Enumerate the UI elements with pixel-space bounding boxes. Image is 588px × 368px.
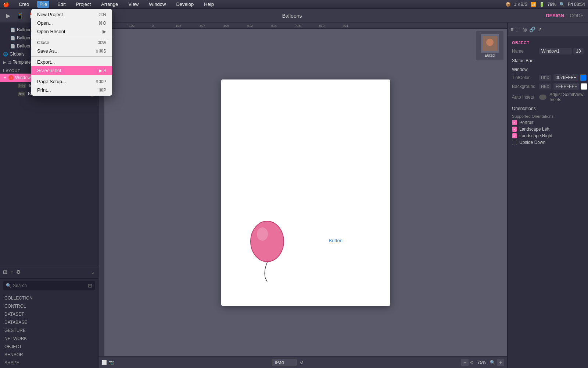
zoom-fit-btn[interactable]: ⊙ — [470, 360, 474, 365]
background-label: Background — [512, 84, 538, 89]
wifi-icon: 📶 — [531, 2, 536, 7]
category-shape[interactable]: SHAPE — [0, 359, 98, 367]
bg-hex-value[interactable]: FFFFFFFF — [553, 83, 580, 90]
menubar-edit[interactable]: Edit — [55, 1, 68, 8]
category-database[interactable]: DATABASE — [0, 318, 98, 326]
category-gesture[interactable]: GESTURE — [0, 326, 98, 335]
file-icon: 📄 — [10, 28, 15, 32]
screenshot-shortcut: ▶ S — [99, 68, 106, 73]
ruler-mark: -102 — [128, 24, 135, 28]
category-dataset[interactable]: DATASET — [0, 310, 98, 318]
menubar-help[interactable]: Help — [202, 1, 216, 8]
device-icon[interactable]: 📱 — [15, 11, 25, 20]
open-shortcut: ⌘O — [98, 21, 106, 26]
file-icon: 📄 — [10, 44, 15, 49]
menubar-file[interactable]: File — [37, 1, 49, 8]
category-sensor[interactable]: SENSOR — [0, 351, 98, 359]
expand-btn[interactable]: ⌄ — [91, 269, 95, 275]
portrait-checkbox[interactable] — [512, 120, 517, 125]
inspector-link-btn[interactable]: 🔗 — [529, 26, 535, 32]
menu-close[interactable]: Close ⌘W — [31, 38, 112, 47]
new-project-shortcut: ⌘N — [98, 12, 106, 17]
rotate-btn[interactable]: ↺ — [300, 360, 304, 365]
screenshot-label: Screenshot — [37, 68, 61, 73]
menubar-view[interactable]: View — [126, 1, 141, 8]
print-shortcut: ⌘P — [99, 88, 106, 93]
category-collection[interactable]: COLLECTION — [0, 294, 98, 302]
file-dropdown-menu: New Project ⌘N Open... ⌘O Open Recent ▶ … — [31, 9, 112, 96]
category-network[interactable]: NETWORK — [0, 335, 98, 343]
code-tab[interactable]: CODE — [570, 13, 584, 18]
project-title: Balloons — [282, 13, 302, 19]
apple-menu[interactable]: 🍎 — [3, 1, 9, 7]
name-prop-value[interactable]: Window1 — [539, 48, 572, 54]
screenshot-btn[interactable]: 📷 — [108, 360, 114, 365]
menu-print[interactable]: Print... ⌘P — [31, 86, 112, 94]
auto-insets-row: Auto Insets Adjust ScrollView Insets — [512, 92, 584, 102]
zoom-search-btn[interactable]: 🔍 — [490, 360, 495, 365]
menubar-arrange[interactable]: Arrange — [99, 1, 120, 8]
tint-color-swatch[interactable] — [580, 74, 587, 81]
canvas-content[interactable]: Button — [104, 29, 507, 356]
ruler-mark: 0 — [152, 24, 154, 28]
status-bar-section: Status Bar — [512, 58, 584, 63]
grid-view-btn[interactable]: ⊞ — [3, 269, 7, 275]
landscape-right-checkbox[interactable] — [512, 133, 517, 138]
menu-screenshot[interactable]: Screenshot ▶ S — [31, 66, 112, 75]
close-label: Close — [37, 40, 49, 45]
upside-down-checkbox[interactable] — [512, 140, 517, 145]
svg-point-1 — [257, 227, 268, 241]
menubar-develop[interactable]: Develop — [174, 1, 196, 8]
landscape-left-checkbox[interactable] — [512, 127, 517, 132]
templates-label: Templates — [13, 60, 33, 65]
inspector-frame-btn[interactable]: ⬚ — [516, 26, 520, 32]
frame-btn[interactable]: ⬜ — [101, 360, 107, 365]
menu-export[interactable]: Export... — [31, 58, 112, 66]
auto-insets-toggle[interactable] — [539, 95, 546, 100]
menu-open-recent[interactable]: Open Recent ▶ — [31, 27, 112, 36]
menubar-creo[interactable]: Creo — [17, 1, 31, 8]
search-icon[interactable]: 🔍 — [559, 2, 565, 7]
save-as-shortcut: ⇧⌘S — [95, 49, 106, 54]
inspector-arrow-btn[interactable]: ↗ — [538, 26, 542, 32]
ruler-top: -205 -102 0 102 307 409 512 614 716 819 … — [98, 23, 507, 29]
menu-page-setup[interactable]: Page Setup... ⇧⌘P — [31, 77, 112, 86]
window-section: Window — [512, 67, 584, 72]
ruler-mark: 102 — [176, 24, 181, 28]
play-button[interactable]: ▶ — [4, 11, 12, 20]
balloon-image — [247, 217, 291, 284]
menu-save-as[interactable]: Save As... ⇧⌘S — [31, 47, 112, 55]
menu-new-project[interactable]: New Project ⌘N — [31, 10, 112, 19]
canvas-bottom-bar: ⬜ 📷 iPad iPhone ↺ − ⊙ 75% 🔍 + — [98, 356, 507, 368]
design-tab[interactable]: DESIGN — [546, 13, 564, 18]
component-btn[interactable]: ⚙ — [16, 269, 21, 275]
search-input[interactable] — [13, 283, 86, 288]
zoom-out-btn[interactable]: − — [461, 359, 469, 366]
network-stats: 1 KB/S — [514, 2, 527, 7]
category-object[interactable]: OBJECT — [0, 343, 98, 351]
category-control[interactable]: CONTROL — [0, 302, 98, 310]
ruler-mark: 921 — [343, 24, 348, 28]
close-shortcut: ⌘W — [98, 40, 106, 45]
menu-open[interactable]: Open... ⌘O — [31, 19, 112, 27]
canvas-button-label: Button — [329, 238, 343, 243]
sidebar-bottom: ⊞ ≡ ⚙ ⌄ 🔍 ⊞ COLLECTION CONTROL DATASET D… — [0, 265, 98, 368]
menu-separator-1 — [31, 37, 112, 37]
list-view-btn[interactable]: ≡ — [10, 269, 13, 275]
inspector-list-btn[interactable]: ≡ — [510, 26, 513, 32]
print-label: Print... — [37, 87, 51, 93]
device-selector[interactable]: iPad iPhone — [272, 359, 297, 366]
category-list: COLLECTION CONTROL DATASET DATABASE GEST… — [0, 293, 98, 368]
menubar-project[interactable]: Project — [74, 1, 93, 8]
menubar-window[interactable]: Window — [147, 1, 168, 8]
tint-hex-value[interactable]: 0076FFFF — [553, 74, 578, 81]
inspector-badge-btn[interactable]: ◎ — [523, 26, 527, 32]
globals-label: Globals — [10, 52, 25, 57]
zoom-in-btn[interactable]: + — [497, 359, 504, 366]
menubar: 🍎 Creo File Edit Project Arrange View Wi… — [0, 0, 588, 9]
bg-color-swatch[interactable] — [581, 83, 587, 90]
ruler-mark: 409 — [223, 24, 229, 28]
grid-toggle-btn[interactable]: ⊞ — [88, 283, 92, 289]
name-property-row: Name Window1 18 — [512, 48, 584, 54]
orientations-section: Orientations — [512, 106, 584, 111]
